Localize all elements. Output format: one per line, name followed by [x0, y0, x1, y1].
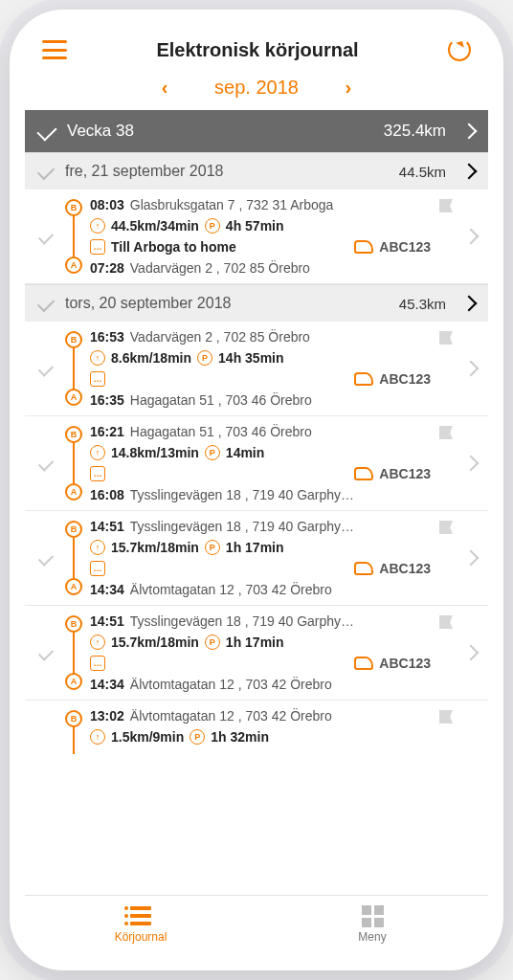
- trip-distance: 44.5km/34min: [111, 218, 199, 234]
- park-duration: 1h 32min: [211, 729, 269, 745]
- tab-label: Körjournal: [115, 930, 167, 944]
- odometer-icon: ↑: [90, 540, 105, 555]
- trip-row[interactable]: BA 14:51Tysslingevägen 18 , 719 40 Garph…: [25, 606, 488, 701]
- parking-icon: P: [205, 218, 220, 234]
- car-icon: [354, 467, 373, 480]
- route-icon: BA: [63, 613, 84, 692]
- end-time: 14:51: [90, 613, 124, 629]
- trip-row[interactable]: BA 16:53Vadarvägen 2 , 702 85 Örebro ↑8.…: [25, 322, 488, 416]
- trip-distance: 14.8km/13min: [111, 445, 199, 460]
- flag-icon: [439, 199, 453, 212]
- end-time: 14:51: [90, 519, 124, 534]
- next-month-button[interactable]: ›: [337, 77, 360, 99]
- header: Elektronisk körjournal: [25, 25, 488, 71]
- check-icon: [37, 295, 55, 312]
- check-icon: [36, 121, 56, 141]
- prev-month-button[interactable]: ‹: [153, 77, 176, 99]
- start-address: Vadarvägen 2 , 702 85 Örebro: [130, 260, 431, 276]
- chevron-right-icon: [463, 456, 480, 472]
- odometer-icon: ↑: [90, 729, 105, 745]
- car-icon: [354, 657, 373, 670]
- odometer-icon: ↑: [90, 350, 105, 366]
- start-address: Älvtomtagatan 12 , 703 42 Örebro: [130, 582, 431, 597]
- start-time: 16:35: [90, 392, 124, 408]
- chevron-right-icon: [461, 164, 478, 180]
- route-icon: BA: [63, 424, 84, 502]
- end-address: Glasbruksgatan 7 , 732 31 Arboga: [130, 197, 431, 212]
- end-address: Tysslingevägen 18 , 719 40 Garphy…: [130, 519, 431, 534]
- week-row[interactable]: Vecka 38 325.4km: [25, 110, 488, 152]
- day-row[interactable]: fre, 21 september 2018 44.5km: [25, 152, 488, 189]
- start-time: 14:34: [90, 677, 124, 692]
- parking-icon: P: [190, 729, 205, 745]
- odometer-icon: ↑: [90, 445, 105, 460]
- list-icon: [128, 905, 153, 926]
- month-label[interactable]: sep. 2018: [214, 77, 299, 99]
- page-title: Elektronisk körjournal: [156, 39, 358, 61]
- start-address: Hagagatan 51 , 703 46 Örebro: [130, 392, 431, 408]
- end-address: Hagagatan 51 , 703 46 Örebro: [130, 424, 431, 439]
- car-icon: [354, 240, 373, 254]
- end-time: 16:53: [90, 329, 124, 345]
- grid-icon: [360, 905, 385, 926]
- flag-icon: [439, 615, 453, 629]
- parking-icon: P: [205, 540, 220, 555]
- route-icon: BA: [63, 519, 84, 597]
- phone-frame: Elektronisk körjournal ‹ sep. 2018 › Vec…: [10, 10, 503, 970]
- screen: Elektronisk körjournal ‹ sep. 2018 › Vec…: [25, 25, 488, 955]
- day-distance: 44.5km: [399, 164, 446, 180]
- day-label: tors, 20 september 2018: [65, 295, 388, 312]
- check-icon: [38, 645, 54, 660]
- end-time: 16:21: [90, 424, 124, 439]
- vehicle-plate: ABC123: [379, 239, 431, 255]
- note-icon: …: [90, 371, 105, 387]
- vehicle-plate: ABC123: [379, 561, 431, 576]
- trip-row[interactable]: BA 14:51Tysslingevägen 18 , 719 40 Garph…: [25, 511, 488, 606]
- note-icon: …: [90, 466, 105, 481]
- trip-distance: 1.5km/9min: [111, 729, 184, 745]
- check-icon: [38, 550, 54, 566]
- week-distance: 325.4km: [384, 122, 446, 141]
- chevron-right-icon: [463, 645, 480, 661]
- tab-label: Meny: [358, 930, 386, 944]
- week-label: Vecka 38: [67, 122, 372, 141]
- vehicle-plate: ABC123: [379, 371, 431, 387]
- end-address: Vadarvägen 2 , 702 85 Örebro: [130, 329, 431, 345]
- park-duration: 1h 17min: [226, 540, 284, 555]
- flag-icon: [439, 426, 453, 439]
- park-duration: 1h 17min: [226, 635, 284, 650]
- end-time: 08:03: [90, 197, 124, 212]
- end-address: Älvtomtagatan 12 , 703 42 Örebro: [130, 708, 431, 724]
- tab-journal[interactable]: Körjournal: [25, 896, 256, 955]
- chevron-right-icon: [461, 296, 478, 312]
- trip-row[interactable]: BA 16:21Hagagatan 51 , 703 46 Örebro ↑14…: [25, 416, 488, 511]
- chevron-right-icon: [461, 123, 478, 140]
- note-icon: …: [90, 656, 105, 671]
- car-icon: [354, 372, 373, 386]
- chevron-right-icon: [463, 361, 480, 377]
- tab-bar: Körjournal Meny: [25, 895, 488, 955]
- park-duration: 14min: [226, 445, 264, 460]
- trip-distance: 8.6km/18min: [111, 350, 191, 366]
- check-icon: [38, 229, 54, 244]
- check-icon: [38, 361, 54, 376]
- trip-row[interactable]: B 13:02Älvtomtagatan 12 , 703 42 Örebro …: [25, 701, 488, 752]
- trip-row[interactable]: BA 08:03 Glasbruksgatan 7 , 732 31 Arbog…: [25, 189, 488, 284]
- tab-menu[interactable]: Meny: [256, 896, 488, 955]
- start-time: 14:34: [90, 582, 124, 597]
- chevron-right-icon: [463, 550, 480, 567]
- chevron-right-icon: [463, 229, 480, 245]
- day-row[interactable]: tors, 20 september 2018 45.3km: [25, 284, 488, 322]
- start-address: Älvtomtagatan 12 , 703 42 Örebro: [130, 677, 431, 692]
- note-icon: …: [90, 561, 105, 576]
- end-time: 13:02: [90, 708, 124, 724]
- menu-icon[interactable]: [42, 40, 67, 59]
- vehicle-plate: ABC123: [379, 466, 431, 481]
- trip-distance: 15.7km/18min: [111, 540, 199, 555]
- park-duration: 4h 57min: [226, 218, 284, 234]
- car-icon: [354, 562, 373, 575]
- route-icon: BA: [63, 329, 84, 408]
- parking-icon: P: [205, 445, 220, 460]
- start-time: 16:08: [90, 487, 124, 502]
- refresh-icon[interactable]: [448, 38, 471, 61]
